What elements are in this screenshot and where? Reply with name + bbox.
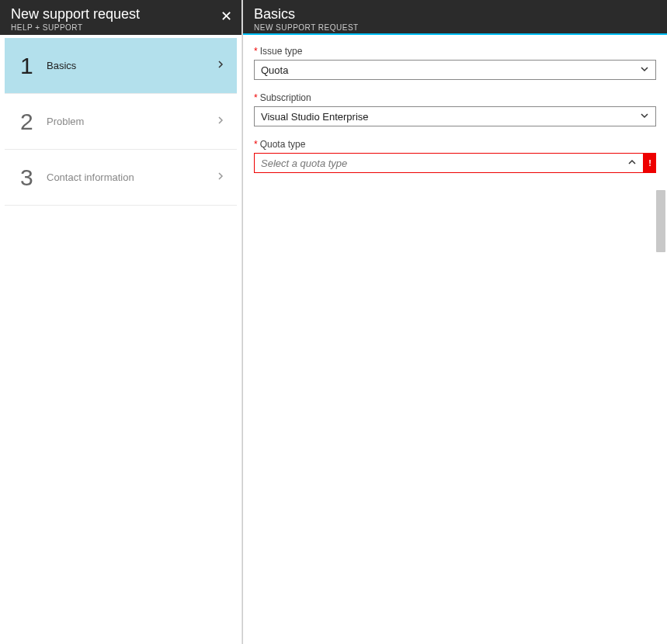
error-badge-icon: ! bbox=[644, 153, 656, 173]
subscription-value: Visual Studio Enterprise bbox=[261, 111, 369, 123]
step-label: Basics bbox=[47, 60, 217, 71]
wizard-step-3[interactable]: 3Contact information bbox=[5, 150, 237, 206]
chevron-right-icon bbox=[217, 59, 224, 73]
left-panel: New support request HELP + SUPPORT ✕ 1Ba… bbox=[0, 0, 242, 644]
issue-type-label: *Issue type bbox=[254, 46, 656, 57]
form-area: *Issue type Quota *Subscription Visual S… bbox=[243, 35, 667, 173]
chevron-down-icon bbox=[640, 64, 649, 76]
wizard-step-1[interactable]: 1Basics bbox=[5, 38, 237, 94]
issue-type-value: Quota bbox=[261, 64, 288, 76]
left-panel-subtitle: HELP + SUPPORT bbox=[11, 23, 231, 32]
step-number: 2 bbox=[20, 109, 47, 135]
chevron-down-icon bbox=[640, 111, 649, 123]
scrollbar-thumb[interactable] bbox=[656, 190, 665, 252]
step-number: 1 bbox=[20, 53, 47, 79]
chevron-right-icon bbox=[217, 171, 224, 185]
left-header: New support request HELP + SUPPORT ✕ bbox=[0, 0, 241, 35]
issue-type-label-text: Issue type bbox=[260, 46, 303, 57]
left-panel-title: New support request bbox=[11, 6, 231, 23]
subscription-select[interactable]: Visual Studio Enterprise bbox=[254, 106, 656, 126]
issue-type-select[interactable]: Quota bbox=[254, 60, 656, 80]
wizard-steps: 1Basics2Problem3Contact information bbox=[0, 35, 241, 209]
subscription-label: *Subscription bbox=[254, 92, 656, 103]
right-panel-title: Basics bbox=[254, 6, 656, 23]
step-label: Problem bbox=[47, 116, 217, 127]
step-number: 3 bbox=[20, 164, 47, 191]
step-label: Contact information bbox=[47, 171, 217, 183]
subscription-label-text: Subscription bbox=[260, 92, 311, 103]
close-icon[interactable]: ✕ bbox=[221, 8, 232, 25]
right-panel-subtitle: NEW SUPPORT REQUEST bbox=[254, 23, 656, 32]
chevron-right-icon bbox=[217, 115, 224, 129]
quota-type-group: *Quota type Select a quota type ! bbox=[254, 139, 656, 173]
chevron-up-icon bbox=[627, 158, 637, 169]
right-panel: Basics NEW SUPPORT REQUEST *Issue type Q… bbox=[242, 0, 667, 644]
subscription-group: *Subscription Visual Studio Enterprise bbox=[254, 92, 656, 126]
quota-type-label: *Quota type bbox=[254, 139, 656, 150]
right-header: Basics NEW SUPPORT REQUEST bbox=[243, 0, 667, 35]
quota-type-placeholder: Select a quota type bbox=[261, 158, 347, 169]
wizard-step-2[interactable]: 2Problem bbox=[5, 94, 237, 150]
issue-type-group: *Issue type Quota bbox=[254, 46, 656, 80]
quota-type-select[interactable]: Select a quota type bbox=[254, 153, 644, 173]
quota-type-label-text: Quota type bbox=[260, 139, 306, 150]
